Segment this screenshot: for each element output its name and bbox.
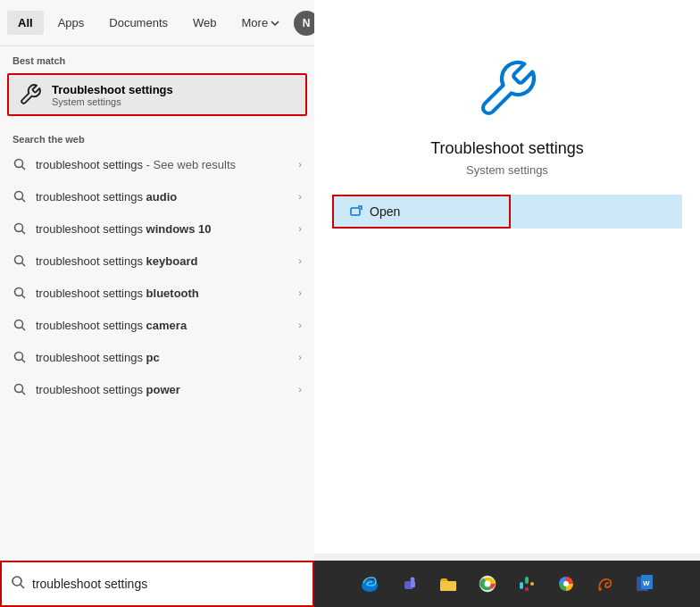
open-icon <box>350 205 362 218</box>
search-icon-4 <box>12 286 27 300</box>
best-match-label: Best match <box>0 46 314 70</box>
svg-point-12 <box>15 353 23 361</box>
result-item-3[interactable]: troubleshoot settings keyboard › <box>0 245 314 277</box>
svg-point-30 <box>563 581 569 586</box>
open-button[interactable]: Open <box>332 195 511 229</box>
result-text-3: troubleshoot settings keyboard <box>36 254 289 268</box>
result-item-1[interactable]: troubleshoot settings audio › <box>0 180 314 212</box>
search-icon-5 <box>12 318 27 332</box>
tab-web[interactable]: Web <box>182 11 228 35</box>
svg-line-15 <box>22 392 26 395</box>
svg-line-13 <box>22 360 26 363</box>
open-btn-extra <box>511 195 682 229</box>
svg-point-21 <box>411 578 415 582</box>
result-text-6: troubleshoot settings pc <box>36 351 289 364</box>
result-item-0[interactable]: troubleshoot settings - See web results … <box>0 148 314 180</box>
open-button-row: Open <box>314 195 700 229</box>
chevron-icon-4: › <box>298 287 302 298</box>
svg-point-8 <box>15 288 23 296</box>
search-icon-7 <box>12 382 27 396</box>
chevron-icon-3: › <box>298 255 302 266</box>
taskbar: W <box>314 561 700 607</box>
result-text-7: troubleshoot settings power <box>36 383 289 396</box>
search-icon-1 <box>12 189 27 204</box>
svg-line-9 <box>22 295 26 299</box>
taskbar-teams-icon[interactable] <box>393 568 425 600</box>
svg-point-10 <box>15 320 23 328</box>
chevron-down-icon <box>271 19 279 28</box>
detail-panel: Troubleshoot settings System settings Op… <box>314 0 700 553</box>
search-icon-3 <box>12 254 27 268</box>
svg-point-14 <box>15 385 23 393</box>
taskbar-edge-icon[interactable] <box>354 568 386 600</box>
result-text-0: troubleshoot settings - See web results <box>36 158 289 171</box>
tab-all[interactable]: All <box>7 11 44 35</box>
taskbar-photos-icon[interactable] <box>550 568 582 600</box>
svg-rect-27 <box>525 577 529 584</box>
svg-point-25 <box>485 581 491 587</box>
search-input[interactable] <box>32 577 304 591</box>
result-item-4[interactable]: troubleshoot settings bluetooth › <box>0 277 314 309</box>
svg-line-17 <box>21 585 24 588</box>
result-item-5[interactable]: troubleshoot settings camera › <box>0 309 314 341</box>
web-search-section: Search the web troubleshoot settings - S… <box>0 120 314 407</box>
taskbar-slack-icon[interactable] <box>511 568 543 600</box>
chevron-icon-1: › <box>298 191 302 202</box>
best-match-text: Troubleshoot settings System settings <box>52 83 173 107</box>
svg-text:W: W <box>643 579 650 587</box>
svg-rect-28 <box>530 582 534 586</box>
taskbar-chrome-icon[interactable] <box>471 568 504 600</box>
svg-rect-22 <box>411 581 415 587</box>
detail-wrench-icon <box>471 54 543 125</box>
detail-title: Troubleshoot settings <box>430 139 583 158</box>
chevron-icon-7: › <box>298 384 302 395</box>
svg-rect-23 <box>440 581 456 591</box>
svg-rect-29 <box>525 587 529 591</box>
svg-line-7 <box>22 263 26 267</box>
chevron-icon-6: › <box>298 352 302 362</box>
detail-subtitle: System settings <box>466 163 548 177</box>
svg-point-4 <box>15 224 23 232</box>
taskbar-paint-icon[interactable] <box>589 568 621 600</box>
result-text-4: troubleshoot settings bluetooth <box>36 287 289 300</box>
search-bar[interactable] <box>0 561 314 607</box>
wrench-icon <box>18 82 43 107</box>
tab-apps[interactable]: Apps <box>47 11 96 35</box>
svg-point-2 <box>15 192 23 200</box>
svg-point-31 <box>598 587 602 591</box>
best-match-item[interactable]: Troubleshoot settings System settings <box>7 73 307 116</box>
web-section-label: Search the web <box>0 125 314 148</box>
svg-rect-18 <box>351 208 360 215</box>
tabs-row: All Apps Documents Web More N ··· ✕ <box>0 0 314 46</box>
result-item-7[interactable]: troubleshoot settings power › <box>0 373 314 405</box>
search-panel: All Apps Documents Web More N ··· ✕ Best… <box>0 0 314 607</box>
svg-line-3 <box>22 199 26 203</box>
svg-point-0 <box>15 160 23 168</box>
svg-point-6 <box>15 256 23 264</box>
chevron-icon-2: › <box>298 223 302 234</box>
svg-line-11 <box>22 328 26 331</box>
taskbar-explorer-icon[interactable] <box>432 568 464 600</box>
search-icon-0 <box>12 157 27 171</box>
search-icon-2 <box>12 221 27 236</box>
svg-point-16 <box>12 577 21 586</box>
chevron-icon-0: › <box>298 159 302 170</box>
result-text-5: troubleshoot settings camera <box>36 319 289 332</box>
result-item-6[interactable]: troubleshoot settings pc › <box>0 341 314 373</box>
search-bar-icon <box>11 575 25 593</box>
result-text-2: troubleshoot settings windows 10 <box>36 222 289 236</box>
svg-line-1 <box>22 167 26 170</box>
tab-documents[interactable]: Documents <box>98 11 179 35</box>
tab-more[interactable]: More <box>231 11 291 35</box>
chevron-icon-5: › <box>298 320 302 330</box>
result-text-1: troubleshoot settings audio <box>36 190 289 204</box>
taskbar-word-icon[interactable]: W <box>629 568 661 600</box>
svg-line-5 <box>22 231 26 235</box>
search-icon-6 <box>12 350 27 364</box>
svg-rect-26 <box>520 582 523 589</box>
result-item-2[interactable]: troubleshoot settings windows 10 › <box>0 212 314 245</box>
